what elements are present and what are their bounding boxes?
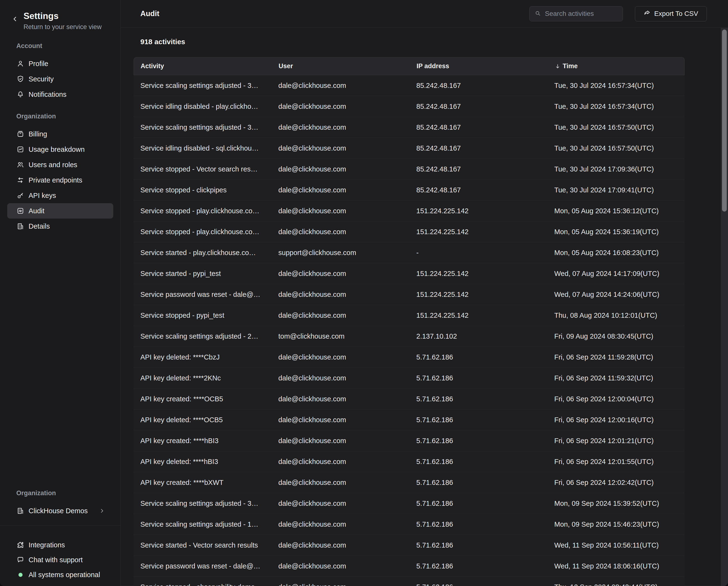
sidebar-item-private-endpoints[interactable]: Private endpoints bbox=[7, 172, 113, 188]
table-row[interactable]: Service password was reset - dale@…dale@… bbox=[134, 556, 684, 577]
cell-ip: 85.242.48.167 bbox=[410, 123, 548, 131]
cell-activity: Service password was reset - dale@… bbox=[134, 562, 271, 570]
cell-user: dale@clickhouse.com bbox=[271, 479, 410, 487]
cell-time: Fri, 06 Sep 2024 12:01:55(UTC) bbox=[548, 458, 684, 466]
table-row[interactable]: API key created: ****OCB5dale@clickhouse… bbox=[134, 389, 684, 410]
cell-user: dale@clickhouse.com bbox=[271, 499, 410, 508]
org-switcher-item[interactable]: ClickHouse Demos bbox=[7, 503, 113, 518]
audit-table: Activity User IP address Time bbox=[134, 57, 684, 586]
table-row[interactable]: API key deleted: ****hBI3dale@clickhouse… bbox=[134, 451, 684, 472]
cell-activity: Service idling disabled - sql.clickhou… bbox=[134, 144, 271, 152]
table-row[interactable]: Service stopped - clickpipesdale@clickho… bbox=[134, 180, 684, 200]
sidebar-item-integrations[interactable]: Integrations bbox=[7, 537, 113, 553]
table-row[interactable]: Service scaling settings adjusted - 1…da… bbox=[134, 514, 684, 535]
scrollbar-thumb[interactable] bbox=[722, 29, 727, 212]
cell-user: dale@clickhouse.com bbox=[271, 123, 410, 131]
table-row[interactable]: Service stopped - Vector search res…dale… bbox=[134, 159, 684, 180]
sidebar-item-label: Private endpoints bbox=[29, 176, 82, 184]
table-row[interactable]: Service scaling settings adjusted - 3…da… bbox=[134, 493, 684, 514]
table-row[interactable]: Service password was reset - dale@…dale@… bbox=[134, 284, 684, 305]
cell-user: dale@clickhouse.com bbox=[271, 395, 410, 403]
cell-time: Tue, 30 Jul 2024 16:57:34(UTC) bbox=[548, 102, 684, 111]
sidebar-item-security[interactable]: Security bbox=[7, 71, 113, 87]
sidebar-item-chat-with-support[interactable]: Chat with support bbox=[7, 553, 113, 567]
cell-ip: 85.242.48.167 bbox=[410, 144, 548, 152]
cell-time: Mon, 05 Aug 2024 15:36:12(UTC) bbox=[548, 207, 684, 215]
sidebar-item-billing[interactable]: Billing bbox=[7, 126, 113, 142]
scrollbar-track[interactable] bbox=[721, 28, 728, 586]
table-row[interactable]: Service started - pypi_testdale@clickhou… bbox=[134, 263, 684, 284]
sidebar-item-audit[interactable]: Audit bbox=[7, 203, 113, 219]
cell-ip: 85.242.48.167 bbox=[410, 186, 548, 194]
search-input[interactable] bbox=[544, 9, 618, 18]
table-row[interactable]: Service stopped - play.clickhouse.co…dal… bbox=[134, 221, 684, 242]
key-icon bbox=[16, 191, 24, 200]
sidebar-item-label: Users and roles bbox=[29, 161, 77, 169]
org-switcher-name: ClickHouse Demos bbox=[29, 507, 88, 515]
sidebar-item-details[interactable]: Details bbox=[7, 219, 113, 234]
cell-activity: Service scaling settings adjusted - 3… bbox=[134, 499, 271, 508]
section-label-account: Account bbox=[16, 42, 121, 50]
arrow-down-icon bbox=[554, 63, 561, 69]
cell-ip: 85.242.48.167 bbox=[410, 165, 548, 173]
table-body: Service scaling settings adjusted - 3…da… bbox=[134, 75, 684, 586]
table-row[interactable]: API key created: ****bXWTdale@clickhouse… bbox=[134, 472, 684, 493]
table-row[interactable]: Service scaling settings adjusted - 3…da… bbox=[134, 75, 684, 96]
cell-user: dale@clickhouse.com bbox=[271, 291, 410, 298]
table-row[interactable]: Service started - Vector search resultsd… bbox=[134, 535, 684, 556]
sidebar-item-users-and-roles[interactable]: Users and roles bbox=[7, 157, 113, 172]
cell-ip: 5.71.62.186 bbox=[410, 353, 548, 361]
cell-user: tom@clickhouse.com bbox=[271, 333, 410, 340]
table-row[interactable]: Service started - play.clickhouse.co…sup… bbox=[134, 242, 684, 263]
table-row[interactable]: API key deleted: ****OCB5dale@clickhouse… bbox=[134, 410, 684, 430]
cell-ip: 5.71.62.186 bbox=[410, 541, 548, 549]
table-row[interactable]: Service scaling settings adjusted - 2…to… bbox=[134, 326, 684, 347]
sidebar-item-label: Security bbox=[29, 75, 54, 83]
cell-activity: Service stopped - play.clickhouse.co… bbox=[134, 228, 271, 236]
sidebar-item-label: Profile bbox=[29, 60, 48, 68]
search-box[interactable] bbox=[529, 6, 623, 21]
usage-chart-icon bbox=[16, 145, 24, 153]
column-header-user[interactable]: User bbox=[272, 63, 410, 70]
cell-ip: 151.224.225.142 bbox=[410, 270, 548, 278]
table-row[interactable]: API key deleted: ****2KNcdale@clickhouse… bbox=[134, 368, 684, 389]
cell-activity: API key deleted: ****CbzJ bbox=[134, 353, 271, 361]
sidebar-item-profile[interactable]: Profile bbox=[7, 56, 113, 71]
table-row[interactable]: Service scaling settings adjusted - 3…da… bbox=[134, 117, 684, 138]
chat-bubble-icon bbox=[16, 556, 24, 564]
cell-time: Tue, 30 Jul 2024 16:57:50(UTC) bbox=[548, 144, 684, 152]
table-row[interactable]: Service stopped - play.clickhouse.co…dal… bbox=[134, 200, 684, 221]
cell-time: Tue, 30 Jul 2024 17:09:41(UTC) bbox=[548, 186, 684, 194]
cell-ip: 85.242.48.167 bbox=[410, 82, 548, 90]
sidebar-item-api-keys[interactable]: API keys bbox=[7, 188, 113, 203]
column-header-ip[interactable]: IP address bbox=[410, 63, 548, 70]
cell-activity: Service scaling settings adjusted - 3… bbox=[134, 82, 271, 90]
export-csv-button[interactable]: Export To CSV bbox=[635, 6, 707, 21]
cell-activity: API key deleted: ****2KNc bbox=[134, 374, 271, 382]
sidebar-item-label: All systems operational bbox=[29, 571, 100, 579]
app-window: Settings Return to your service view Acc… bbox=[0, 0, 728, 586]
puzzle-icon bbox=[16, 541, 24, 549]
cell-user: dale@clickhouse.com bbox=[271, 583, 410, 586]
cell-user: dale@clickhouse.com bbox=[271, 144, 410, 152]
back-button[interactable] bbox=[10, 15, 20, 24]
cell-activity: Service stopped - clickpipes bbox=[134, 186, 271, 194]
column-header-time[interactable]: Time bbox=[548, 63, 684, 70]
cell-activity: Service password was reset - dale@… bbox=[134, 291, 271, 298]
table-row[interactable]: API key created: ****hBI3dale@clickhouse… bbox=[134, 430, 684, 451]
cell-activity: API key deleted: ****hBI3 bbox=[134, 458, 271, 466]
table-row[interactable]: Service idling disabled - play.clickho…d… bbox=[134, 96, 684, 117]
sidebar-item-notifications[interactable]: Notifications bbox=[7, 87, 113, 102]
sidebar-item-all-systems-operational[interactable]: All systems operational bbox=[7, 567, 113, 582]
column-header-activity[interactable]: Activity bbox=[134, 63, 272, 70]
cell-ip: 5.71.62.186 bbox=[410, 437, 548, 445]
chevron-right-icon bbox=[99, 508, 105, 514]
search-icon bbox=[535, 10, 541, 18]
table-row[interactable]: API key deleted: ****CbzJdale@clickhouse… bbox=[134, 347, 684, 368]
table-row[interactable]: Service stopped - observability-demodale… bbox=[134, 577, 684, 586]
table-row[interactable]: Service idling disabled - sql.clickhou…d… bbox=[134, 138, 684, 159]
cell-user: dale@clickhouse.com bbox=[271, 374, 410, 382]
sidebar-item-usage-breakdown[interactable]: Usage breakdown bbox=[7, 142, 113, 157]
cell-user: dale@clickhouse.com bbox=[271, 437, 410, 445]
table-row[interactable]: Service stopped - pypi_testdale@clickhou… bbox=[134, 305, 684, 326]
